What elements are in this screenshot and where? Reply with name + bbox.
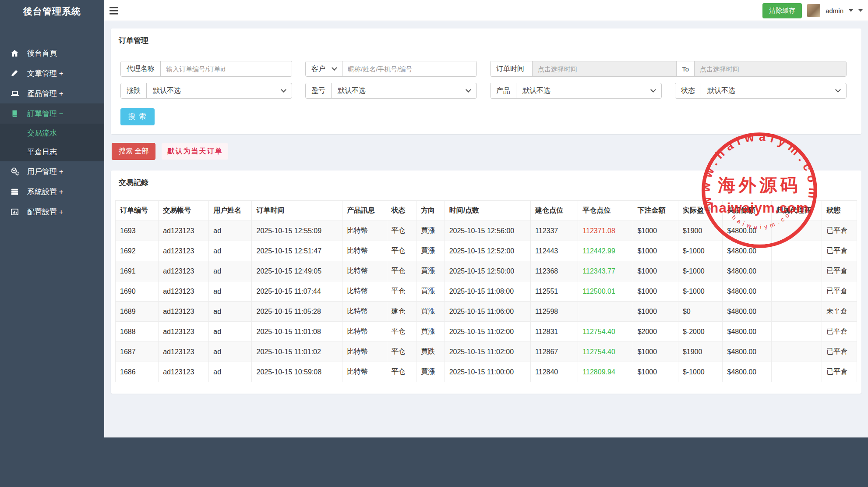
cell-name: ad — [209, 302, 252, 322]
profitloss-select[interactable]: 默认不选 — [332, 83, 476, 98]
cell-state: 平仓 — [387, 281, 416, 302]
laptop-icon — [11, 89, 21, 98]
user-dropdown-caret-icon[interactable] — [849, 9, 853, 12]
clear-cache-button[interactable]: 清除緩存 — [762, 3, 802, 18]
time-to-input[interactable] — [695, 61, 846, 76]
updown-select-value: 默认不选 — [153, 86, 181, 96]
cell-account: ad123123 — [159, 362, 209, 382]
cell-bet: $1000 — [633, 302, 678, 322]
sidebar-toggle-button[interactable] — [109, 5, 121, 16]
column-header: 状态 — [387, 201, 416, 221]
sidebar: 後台管理系統 後台首頁 文章管理 + 產品管理 + 訂單管理 − — [0, 0, 104, 487]
cell-status: 已平倉 — [822, 261, 857, 281]
cell-agent — [772, 322, 822, 342]
default-orders-note: 默认为当天订单 — [162, 143, 228, 160]
cell-product: 比特幣 — [342, 221, 387, 241]
cell-profit: $1900 — [678, 221, 723, 241]
home-icon — [11, 49, 21, 57]
cell-product: 比特幣 — [342, 261, 387, 281]
sidebar-subitem-close-log[interactable]: 平倉日志 — [0, 142, 104, 161]
sidebar-subitem-trade-flow[interactable]: 交易流水 — [0, 124, 104, 142]
profitloss-group: 盈亏 默认不选 — [305, 83, 477, 99]
cell-time: 2025-10-15 11:01:02 — [252, 342, 342, 362]
sidebar-item-config[interactable]: 配置設置 + — [0, 202, 104, 222]
cell-time: 2025-10-15 10:59:08 — [252, 362, 342, 382]
cell-point_time: 2025-10-15 12:50:00 — [445, 261, 530, 281]
chevron-down-icon — [466, 87, 471, 92]
customer-select[interactable]: 客户 — [306, 61, 342, 76]
updown-group: 涨跌 默认不选 — [120, 83, 292, 99]
cell-balance: $4800.00 — [723, 281, 772, 302]
status-group: 状态 默认不选 — [675, 83, 847, 99]
table-row: 1688ad123123ad2025-10-15 11:01:08比特幣平仓買漲… — [116, 322, 857, 342]
header-controls: 清除緩存 admin — [762, 0, 863, 21]
sidebar-item-users[interactable]: 用戶管理 + — [0, 161, 104, 181]
status-select[interactable]: 默认不选 — [701, 83, 846, 98]
column-header: 方向 — [416, 201, 445, 221]
cell-agent — [772, 342, 822, 362]
cell-point_time: 2025-10-15 11:02:00 — [445, 342, 530, 362]
cell-account: ad123123 — [159, 302, 209, 322]
sidebar-item-products[interactable]: 產品管理 + — [0, 83, 104, 103]
profitloss-select-value: 默认不选 — [338, 86, 366, 96]
cell-status: 已平倉 — [822, 221, 857, 241]
column-header: 订单编号 — [116, 201, 159, 221]
cell-name: ad — [209, 261, 252, 281]
cell-open: 112598 — [531, 302, 578, 322]
status-label: 状态 — [675, 83, 701, 98]
column-header: 下注金額 — [633, 201, 678, 221]
search-button[interactable]: 搜 索 — [120, 108, 155, 125]
cell-id: 1686 — [116, 362, 159, 382]
cell-profit: $1900 — [678, 342, 723, 362]
agent-input[interactable] — [161, 61, 292, 76]
order-filter-card: 订单管理 代理名称 客户 订单时间 To — [111, 28, 861, 134]
sidebar-item-label: 訂單管理 − — [27, 109, 64, 119]
table-row: 1691ad123123ad2025-10-15 12:49:05比特幣平仓買漲… — [116, 261, 857, 281]
cell-profit: $-1000 — [678, 261, 723, 281]
cell-direction: 買漲 — [416, 261, 445, 281]
cell-state: 平仓 — [387, 241, 416, 261]
bar-chart-icon — [11, 208, 21, 216]
cell-open: 112840 — [531, 362, 578, 382]
order-time-group: 订单时间 To — [490, 61, 847, 77]
sidebar-item-label: 後台首頁 — [27, 48, 57, 58]
header-caret-icon[interactable] — [858, 9, 863, 12]
product-select[interactable]: 默认不选 — [516, 83, 661, 98]
sidebar-item-label: 用戶管理 + — [27, 167, 64, 177]
cell-account: ad123123 — [159, 241, 209, 261]
column-header: 建仓点位 — [531, 201, 578, 221]
sidebar-item-orders[interactable]: 訂單管理 − — [0, 103, 104, 124]
cell-state: 平仓 — [387, 342, 416, 362]
actions-row: 搜索 全部 默认为当天订单 — [112, 143, 861, 160]
cell-close: 112754.40 — [578, 342, 633, 362]
cell-bet: $1000 — [633, 362, 678, 382]
cell-profit: $0 — [678, 302, 723, 322]
cell-bet: $2000 — [633, 322, 678, 342]
sidebar-item-label: 系統設置 + — [27, 187, 64, 197]
agent-label: 代理名称 — [121, 61, 161, 76]
cell-direction: 買漲 — [416, 362, 445, 382]
product-group: 产品 默认不选 — [490, 83, 662, 99]
sidebar-item-system[interactable]: 系統設置 + — [0, 181, 104, 202]
sidebar-subitem-label: 平倉日志 — [27, 147, 57, 157]
cell-close: 112809.94 — [578, 362, 633, 382]
cell-bet: $1000 — [633, 241, 678, 261]
customer-input[interactable] — [342, 61, 476, 76]
avatar[interactable] — [807, 4, 820, 17]
cell-point_time: 2025-10-15 11:08:00 — [445, 281, 530, 302]
time-from-input[interactable] — [533, 61, 676, 76]
cell-open: 112443 — [531, 241, 578, 261]
updown-select[interactable]: 默认不选 — [147, 83, 292, 98]
product-select-value: 默认不选 — [522, 86, 550, 96]
sidebar-item-articles[interactable]: 文章管理 + — [0, 63, 104, 83]
chevron-down-icon — [332, 65, 337, 71]
column-header: 用户姓名 — [209, 201, 252, 221]
cell-open: 112867 — [531, 342, 578, 362]
search-all-button[interactable]: 搜索 全部 — [112, 143, 155, 160]
sidebar-menu: 後台首頁 文章管理 + 產品管理 + 訂單管理 − 交易流水 平 — [0, 43, 104, 222]
book-icon — [11, 110, 21, 117]
sidebar-item-home[interactable]: 後台首頁 — [0, 43, 104, 63]
cell-close: 112442.99 — [578, 241, 633, 261]
order-filter-title: 订单管理 — [111, 28, 861, 52]
cell-state: 平仓 — [387, 362, 416, 382]
